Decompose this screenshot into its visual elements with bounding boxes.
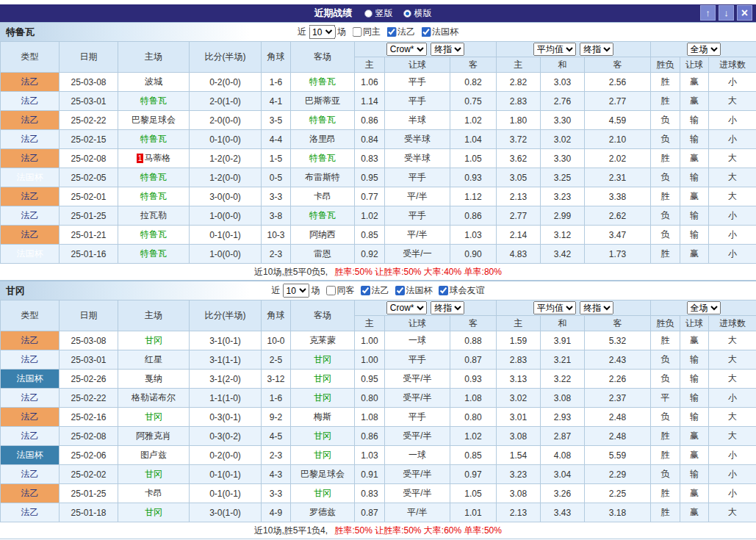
home-team: 卡昂 <box>118 484 190 503</box>
avg-odds-value: 3.08 <box>497 484 541 503</box>
competition-label: 法乙 <box>1 465 60 484</box>
scope-select[interactable]: 全场 <box>687 301 721 314</box>
team-name: 特鲁瓦 <box>140 191 167 201</box>
corner-score: 10-3 <box>262 226 291 245</box>
team-name: 特鲁瓦 <box>140 134 167 144</box>
avg-odds-value: 3.42 <box>541 245 585 264</box>
avg-odds-select[interactable]: 平均值 <box>533 301 576 314</box>
match-row: 法乙25-02-15特鲁瓦0-1(0-0)4-4洛里昂0.84受半球1.043.… <box>1 130 756 149</box>
team-name: 甘冈 <box>314 354 331 364</box>
coupe-checkbox[interactable] <box>395 286 405 295</box>
layout-radio-vertical[interactable]: 竖版 <box>364 7 393 20</box>
competition-label: 法乙 <box>1 111 60 130</box>
home-team: 巴黎足球会 <box>118 111 190 130</box>
filter-friendly[interactable]: 球会友谊 <box>433 284 485 297</box>
odds-value: 0.80 <box>355 389 385 408</box>
goals-result-flag: 大 <box>709 408 756 427</box>
match-row: 法乙25-02-01特鲁瓦3-0(0-0)3-3卡昂0.77平/半1.122.1… <box>1 187 756 206</box>
home-team: 红星 <box>118 350 190 370</box>
goals-result-flag: 小 <box>709 130 756 149</box>
same-away-checkbox[interactable] <box>326 286 336 295</box>
away-team: 布雷斯特 <box>291 168 355 187</box>
odds-value: 0.95 <box>355 168 385 187</box>
summary-record: 近10场,胜5平0负5, <box>254 267 328 277</box>
odds-stage-select[interactable]: 终指 <box>431 43 464 56</box>
filter-same-away[interactable]: 同客 <box>320 284 355 297</box>
col-header-outcome: 胜负 <box>651 316 680 331</box>
competition-label: 法乙 <box>1 427 60 446</box>
avg-odds-value: 3.04 <box>541 465 585 484</box>
match-date: 25-03-08 <box>60 331 118 350</box>
avg-odds-select[interactable]: 平均值 <box>533 43 576 56</box>
team-name: 梅斯 <box>314 411 331 422</box>
odds-stage-select[interactable]: 终指 <box>431 301 464 314</box>
outcome-flag: 胜 <box>651 446 680 465</box>
scroll-up-button[interactable]: ↑ <box>700 5 716 21</box>
goals-result-flag: 小 <box>709 465 756 484</box>
match-count-select[interactable]: 10 <box>283 284 309 298</box>
match-count-select[interactable]: 10 <box>309 25 335 39</box>
handicap-result-flag: 赢 <box>680 149 709 168</box>
away-team: 甘冈 <box>291 389 355 408</box>
avg-stage-select[interactable]: 终指 <box>580 43 613 56</box>
competition-label: 法乙 <box>1 408 60 427</box>
odds-company-select[interactable]: Crow* <box>386 43 427 56</box>
col-header-avg-home: 主 <box>497 57 541 73</box>
outcome-flag: 胜 <box>651 503 680 522</box>
away-team: 阿纳西 <box>291 226 355 245</box>
corner-score: 3-12 <box>262 370 291 389</box>
handicap-result-flag: 输 <box>680 111 709 130</box>
near-label: 近 <box>272 284 281 297</box>
odds-company-select[interactable]: Crow* <box>386 301 427 314</box>
filter-same-home[interactable]: 同主 <box>346 26 381 38</box>
match-score: 3-1(2-0) <box>190 370 262 389</box>
filter-ligue2[interactable]: 法乙 <box>381 26 415 38</box>
col-header-goals: 进球数 <box>709 316 756 331</box>
avg-odds-value: 3.22 <box>541 370 585 389</box>
handicap-line: 受平/半 <box>385 427 450 446</box>
avg-odds-value: 3.23 <box>497 465 541 484</box>
handicap-line: 平手 <box>385 350 450 370</box>
close-button[interactable]: × <box>737 5 752 21</box>
corner-score: 3-5 <box>262 111 291 130</box>
ligue2-checkbox[interactable] <box>386 27 396 37</box>
home-team: 拉瓦勒 <box>118 206 190 226</box>
outcome-flag: 负 <box>651 350 680 370</box>
team-name: 甘冈 <box>314 488 331 498</box>
handicap-line: 平手 <box>385 408 450 427</box>
competition-label: 法国杯 <box>1 370 60 389</box>
goals-result-flag: 大 <box>709 331 756 350</box>
scroll-down-button[interactable]: ↓ <box>719 5 734 21</box>
ligue2-checkbox[interactable] <box>361 286 370 295</box>
avg-odds-value: 3.12 <box>541 226 585 245</box>
avg-stage-select[interactable]: 终指 <box>580 301 613 314</box>
team-name: 拉瓦勒 <box>140 210 167 220</box>
coupe-checkbox[interactable] <box>421 27 431 37</box>
friendly-checkbox[interactable] <box>439 286 448 295</box>
match-date: 25-01-16 <box>60 245 118 264</box>
scope-select[interactable]: 全场 <box>687 43 721 56</box>
filter-ligue2[interactable]: 法乙 <box>355 284 389 297</box>
col-header-odds-handicap: 让球 <box>385 316 450 331</box>
handicap-result-flag: 赢 <box>680 503 709 522</box>
competition-label: 法乙 <box>1 73 60 92</box>
team-name: 特鲁瓦 <box>309 76 336 87</box>
avg-odds-value: 2.48 <box>585 427 651 446</box>
competition-label: 法乙 <box>1 503 60 522</box>
radio-icon <box>403 10 411 18</box>
avg-group-header: 平均值 终指 <box>497 42 651 57</box>
avg-odds-value: 2.76 <box>541 92 585 111</box>
odds-value: 1.01 <box>450 503 497 522</box>
outcome-flag: 负 <box>651 168 680 187</box>
same-home-checkbox[interactable] <box>352 27 361 37</box>
home-team: 甘冈 <box>118 331 190 350</box>
filter-coupe[interactable]: 法国杯 <box>415 26 458 38</box>
avg-odds-value: 3.08 <box>541 389 585 408</box>
away-team: 卡昂 <box>291 187 355 206</box>
odds-value: 0.86 <box>355 111 385 130</box>
avg-odds-value: 3.23 <box>541 187 585 206</box>
match-score: 0-1(0-0) <box>190 130 262 149</box>
filter-coupe[interactable]: 法国杯 <box>389 284 433 297</box>
match-date: 25-02-22 <box>60 111 118 130</box>
layout-radio-horizontal[interactable]: 横版 <box>403 7 432 20</box>
